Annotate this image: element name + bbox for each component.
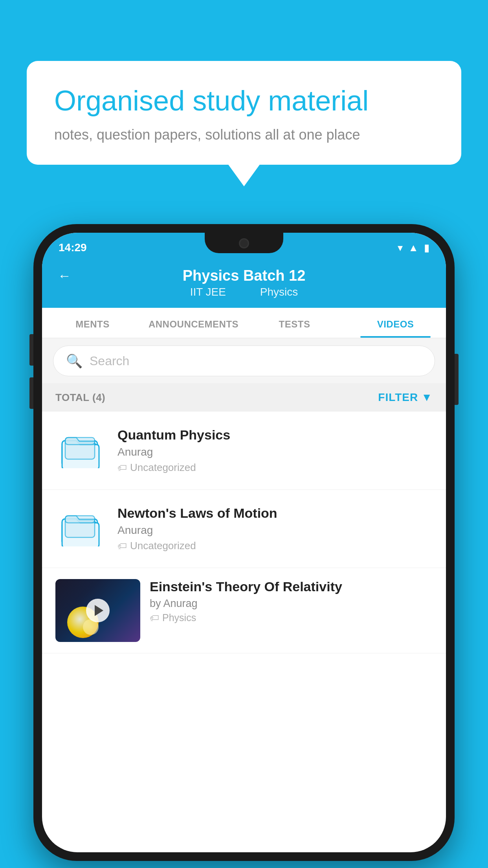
- app-header: ← Physics Batch 12 IIT JEE Physics: [42, 259, 446, 308]
- video-title-2: Newton's Laws of Motion: [117, 506, 433, 521]
- video-author-2: Anurag: [117, 524, 433, 537]
- tag-icon-2: 🏷: [117, 541, 127, 552]
- video-thumbnail-1: [55, 425, 106, 476]
- filter-icon: ▼: [421, 391, 433, 404]
- video-title-3: Einstein's Theory Of Relativity: [150, 579, 433, 594]
- header-title: Physics Batch 12: [183, 267, 306, 284]
- tab-tests[interactable]: TESTS: [244, 308, 345, 338]
- header-subtitle-sep: [238, 286, 248, 298]
- video-author-3: by Anurag: [150, 598, 433, 610]
- video-list: Quantum Physics Anurag 🏷 Uncategorized: [42, 412, 446, 653]
- bubble-title: Organised study material: [54, 85, 434, 117]
- header-subtitle: IIT JEE Physics: [185, 286, 303, 298]
- tab-announcements[interactable]: ANNOUNCEMENTS: [143, 308, 244, 338]
- header-subtitle-physics: Physics: [260, 286, 298, 298]
- back-arrow-icon[interactable]: ←: [58, 268, 71, 283]
- signal-icon: ▲: [408, 242, 418, 254]
- video-info-3: Einstein's Theory Of Relativity by Anura…: [140, 579, 433, 623]
- tag-icon-1: 🏷: [117, 462, 127, 473]
- filter-label: FILTER: [378, 391, 418, 404]
- play-button[interactable]: [86, 599, 110, 622]
- video-tag-2: 🏷 Uncategorized: [117, 540, 433, 552]
- filter-bar: TOTAL (4) FILTER ▼: [42, 383, 446, 412]
- front-camera: [239, 238, 249, 248]
- status-time: 14:29: [59, 241, 87, 254]
- video-item-with-thumb[interactable]: Einstein's Theory Of Relativity by Anura…: [42, 568, 446, 653]
- status-icons: ▾ ▲ ▮: [398, 242, 429, 254]
- speech-bubble: Organised study material notes, question…: [27, 61, 461, 165]
- video-info-1: Quantum Physics Anurag 🏷 Uncategorized: [117, 427, 433, 474]
- volume-up-button: [29, 334, 33, 366]
- phone-shell: 14:29 ▾ ▲ ▮ ← Physics Batch 12 IIT JEE P…: [33, 224, 455, 861]
- video-item[interactable]: Quantum Physics Anurag 🏷 Uncategorized: [42, 412, 446, 490]
- header-subtitle-iitjee: IIT JEE: [190, 286, 226, 298]
- video-author-1: Anurag: [117, 446, 433, 458]
- search-bar-wrapper: 🔍 Search: [42, 338, 446, 383]
- video-thumbnail-3: [55, 579, 140, 642]
- video-tag-1: 🏷 Uncategorized: [117, 462, 433, 474]
- filter-button[interactable]: FILTER ▼: [378, 391, 433, 404]
- play-triangle-icon: [95, 605, 103, 616]
- video-title-1: Quantum Physics: [117, 427, 433, 443]
- battery-icon: ▮: [424, 242, 429, 254]
- power-button: [455, 354, 459, 405]
- video-info-2: Newton's Laws of Motion Anurag 🏷 Uncateg…: [117, 506, 433, 552]
- wifi-icon: ▾: [398, 242, 403, 254]
- total-count-label: TOTAL (4): [55, 392, 105, 404]
- video-item[interactable]: Newton's Laws of Motion Anurag 🏷 Uncateg…: [42, 490, 446, 568]
- phone-screen: 14:29 ▾ ▲ ▮ ← Physics Batch 12 IIT JEE P…: [42, 233, 446, 852]
- tag-icon-3: 🏷: [150, 612, 159, 623]
- volume-down-button: [29, 377, 33, 409]
- video-tag-3: 🏷 Physics: [150, 612, 433, 623]
- search-icon: 🔍: [66, 353, 83, 369]
- tabs-bar: MENTS ANNOUNCEMENTS TESTS VIDEOS: [42, 308, 446, 338]
- bubble-subtitle: notes, question papers, solutions all at…: [54, 127, 434, 143]
- search-bar[interactable]: 🔍 Search: [53, 346, 435, 376]
- video-thumbnail-2: [55, 503, 106, 554]
- phone-notch: [205, 233, 283, 253]
- search-input[interactable]: Search: [90, 354, 129, 368]
- speech-bubble-card: Organised study material notes, question…: [27, 61, 461, 165]
- tab-videos[interactable]: VIDEOS: [345, 308, 446, 338]
- tab-ments[interactable]: MENTS: [42, 308, 143, 338]
